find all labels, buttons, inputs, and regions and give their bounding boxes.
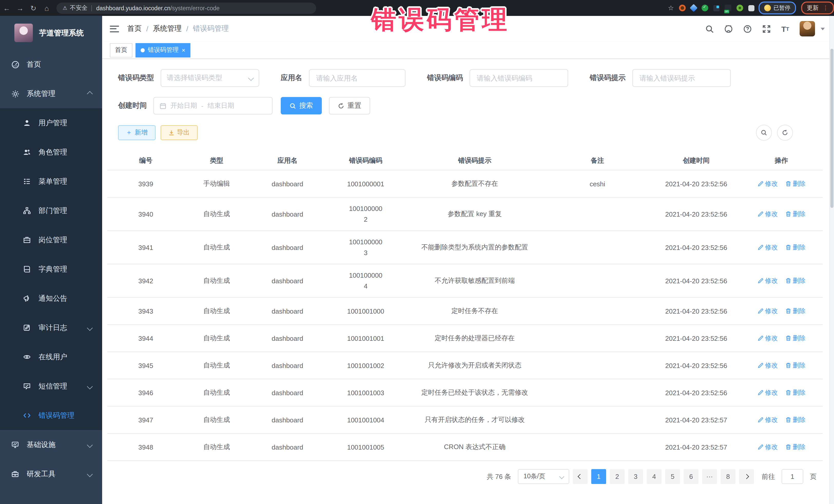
sidebar-item-系统管理[interactable]: 系统管理 (0, 79, 102, 108)
extension-key-icon[interactable] (737, 5, 743, 11)
delete-link[interactable]: 删除 (785, 307, 806, 315)
table-row[interactable]: 3941 自动生成 dashboard 100100000 3 不能删除类型为系… (107, 231, 823, 264)
app-name-input[interactable] (315, 74, 399, 82)
extension-on-badge-icon[interactable] (725, 5, 731, 11)
user-avatar[interactable] (799, 21, 815, 37)
error-code-type-select[interactable]: 请选择错误码类型 (161, 69, 259, 87)
edit-link[interactable]: 修改 (757, 388, 778, 397)
extension-grid-icon[interactable] (714, 5, 720, 11)
edit-link[interactable]: 修改 (757, 307, 778, 315)
sidebar-item-首页[interactable]: 首页 (0, 50, 102, 79)
edit-link[interactable]: 修改 (757, 415, 778, 424)
sidebar-item-在线用户[interactable]: 在线用户 (0, 342, 102, 372)
search-button[interactable]: 搜索 (281, 97, 322, 114)
delete-link[interactable]: 删除 (785, 388, 806, 397)
edit-link[interactable]: 修改 (757, 443, 778, 452)
error-message-input[interactable] (638, 74, 725, 82)
delete-link[interactable]: 删除 (785, 243, 806, 252)
prev-page-button[interactable] (573, 469, 588, 484)
home-icon[interactable]: ⌂ (40, 4, 53, 12)
delete-link[interactable]: 删除 (785, 361, 806, 370)
page-button-2[interactable]: 2 (610, 469, 624, 484)
extension-orange-icon[interactable] (679, 5, 686, 11)
table-row[interactable]: 3940 自动生成 dashboard 100100000 2 参数配置 key… (107, 198, 823, 231)
sidebar-item-字典管理[interactable]: 字典管理 (0, 255, 102, 284)
add-button[interactable]: ＋新增 (118, 125, 155, 140)
sidebar-item-部门管理[interactable]: 部门管理 (0, 196, 102, 225)
table-row[interactable]: 3942 自动生成 dashboard 100100000 4 不允许获取敏感配… (107, 264, 823, 298)
page-ellipsis-button[interactable]: ··· (702, 469, 717, 484)
edit-link[interactable]: 修改 (757, 277, 778, 285)
fullscreen-icon[interactable] (762, 24, 771, 34)
delete-link[interactable]: 删除 (785, 443, 806, 452)
page-button-8[interactable]: 8 (721, 469, 736, 484)
table-row[interactable]: 3948 自动生成 dashboard 1001001005 CRON 表达式不… (107, 434, 823, 461)
sidebar-item-岗位管理[interactable]: 岗位管理 (0, 225, 102, 255)
browser-update-button[interactable]: 更新 ⋮ (801, 2, 834, 14)
avatar-caret-icon[interactable] (821, 27, 825, 30)
delete-link[interactable]: 删除 (785, 415, 806, 424)
refresh-table-button[interactable] (777, 125, 793, 140)
sidebar-item-基础设施[interactable]: 基础设施 (0, 430, 102, 459)
sidebar-logo[interactable]: 芋道管理系统 (0, 16, 102, 50)
page-button-1[interactable]: 1 (591, 469, 606, 484)
edit-link[interactable]: 修改 (757, 361, 778, 370)
sidebar-item-审计日志[interactable]: 审计日志 (0, 313, 102, 342)
page-size-select[interactable]: 10条/页 (518, 469, 569, 484)
page-scrollbar[interactable] (829, 16, 834, 504)
address-bar[interactable]: ⚠ 不安全 dashboard.yudao.iocoder.cn/system/… (57, 2, 316, 14)
table-row[interactable]: 3947 自动生成 dashboard 1001001004 只有开启状态的任务… (107, 407, 823, 434)
github-icon[interactable] (724, 24, 733, 34)
search-icon[interactable] (705, 24, 714, 34)
edit-link[interactable]: 修改 (757, 179, 778, 188)
scrollbar-thumb[interactable] (830, 49, 833, 208)
extension-green-icon[interactable] (702, 5, 708, 11)
close-icon[interactable]: × (182, 47, 185, 53)
breadcrumb-home[interactable]: 首页 (127, 24, 142, 34)
sidebar-item-菜单管理[interactable]: 菜单管理 (0, 167, 102, 196)
forward-icon[interactable]: → (13, 4, 27, 12)
browser-menu-dots-icon[interactable]: ⋮ (823, 5, 828, 11)
next-page-button[interactable] (739, 469, 754, 484)
export-button[interactable]: 导出 (160, 125, 197, 140)
browser-profile-chip[interactable]: 已暂停 (759, 2, 796, 14)
goto-page-input[interactable] (782, 469, 803, 484)
edit-link[interactable]: 修改 (757, 210, 778, 218)
font-size-icon[interactable]: TT (781, 24, 790, 34)
table-row[interactable]: 3945 自动生成 dashboard 1001001002 只允许修改为开启或… (107, 352, 823, 379)
sidebar-item-研发工具[interactable]: 研发工具 (0, 459, 102, 489)
sidebar-item-用户管理[interactable]: 用户管理 (0, 108, 102, 137)
page-button-4[interactable]: 4 (647, 469, 662, 484)
edit-link[interactable]: 修改 (757, 334, 778, 343)
reload-icon[interactable]: ↻ (27, 4, 40, 12)
sidebar-item-角色管理[interactable]: 角色管理 (0, 137, 102, 167)
error-code-input[interactable] (476, 74, 562, 82)
delete-link[interactable]: 删除 (785, 179, 806, 188)
delete-link[interactable]: 删除 (785, 277, 806, 285)
page-button-3[interactable]: 3 (628, 469, 643, 484)
extension-gem-icon[interactable] (689, 4, 698, 12)
help-icon[interactable] (743, 24, 752, 34)
extensions-puzzle-icon[interactable] (748, 5, 754, 11)
reset-button[interactable]: 重置 (329, 97, 370, 114)
table-row[interactable]: 3944 自动生成 dashboard 1001001001 定时任务的处理器已… (107, 325, 823, 352)
delete-link[interactable]: 删除 (785, 334, 806, 343)
tag-首页[interactable]: 首页 (110, 43, 132, 57)
create-time-range-picker[interactable]: 开始日期 - 结束日期 (153, 97, 272, 114)
table-row[interactable]: 3946 自动生成 dashboard 1001001003 定时任务已经处于该… (107, 379, 823, 407)
breadcrumb-system[interactable]: 系统管理 (153, 24, 182, 34)
delete-link[interactable]: 删除 (785, 210, 806, 218)
back-icon[interactable]: ← (0, 4, 13, 12)
edit-link[interactable]: 修改 (757, 243, 778, 252)
table-row[interactable]: 3939 手动编辑 dashboard 1001000001 参数配置不存在 c… (107, 170, 823, 198)
security-label[interactable]: 不安全 (70, 4, 88, 12)
bookmark-star-icon[interactable]: ☆ (668, 4, 674, 12)
sidebar-item-通知公告[interactable]: 通知公告 (0, 284, 102, 313)
page-button-5[interactable]: 5 (665, 469, 680, 484)
tag-错误码管理[interactable]: 错误码管理× (135, 43, 191, 57)
table-row[interactable]: 3943 自动生成 dashboard 1001001000 定时任务不存在 2… (107, 298, 823, 325)
page-button-6[interactable]: 6 (684, 469, 699, 484)
sidebar-item-错误码管理[interactable]: 错误码管理 (0, 401, 102, 430)
toggle-search-button[interactable] (756, 125, 772, 140)
hamburger-icon[interactable] (110, 25, 119, 32)
